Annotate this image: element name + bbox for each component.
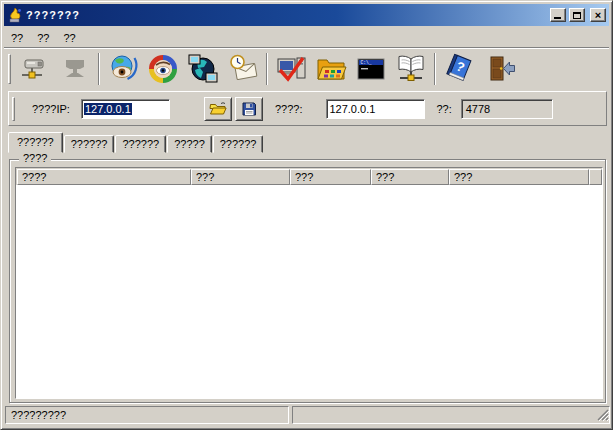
- title-bar: ??????? ×: [4, 4, 609, 26]
- port-label: ??:: [436, 103, 451, 115]
- ip-input[interactable]: 127.0.0.1: [81, 99, 170, 119]
- status-text: ?????????: [11, 409, 66, 421]
- column-header-3[interactable]: ???: [290, 169, 371, 185]
- status-panel-left: ?????????: [5, 406, 289, 424]
- tab-1[interactable]: ??????: [8, 132, 63, 153]
- column-header-4[interactable]: ???: [371, 169, 449, 185]
- globe-eye-icon: [107, 53, 139, 85]
- help-book-icon: ?: [443, 53, 475, 85]
- close-button[interactable]: ×: [590, 8, 606, 22]
- menu-item-3[interactable]: ??: [57, 30, 83, 46]
- exit-button[interactable]: [479, 51, 519, 88]
- app-window: ??????? × ?? ?? ??: [0, 0, 613, 430]
- computer-check-icon: [275, 53, 307, 85]
- close-icon: ×: [595, 10, 601, 21]
- toolbar: C:\_ ?: [4, 47, 609, 90]
- toolbar-gripper[interactable]: [8, 54, 11, 84]
- maximize-button[interactable]: [569, 8, 585, 22]
- disconnect-button[interactable]: [55, 51, 95, 88]
- minimize-icon: [554, 17, 561, 19]
- app-icon: [7, 7, 23, 23]
- connection-form: ????IP: 127.0.0.1 ????: ??: 4778: [8, 91, 607, 126]
- menu-item-2[interactable]: ??: [30, 30, 56, 46]
- remote-desktop-button[interactable]: [183, 51, 223, 88]
- computer-check-button[interactable]: [271, 51, 311, 88]
- network-book-button[interactable]: [391, 51, 431, 88]
- ip-label: ????IP:: [32, 103, 70, 115]
- open-book-network-icon: [395, 53, 427, 85]
- open-folder-icon: [209, 101, 227, 117]
- connect-button[interactable]: [15, 51, 55, 88]
- column-header-1[interactable]: ????: [17, 169, 191, 185]
- toolbar-separator: [266, 53, 268, 85]
- save-button[interactable]: [235, 97, 263, 121]
- column-header-2[interactable]: ???: [191, 169, 290, 185]
- toolbar-separator: [98, 53, 100, 85]
- tab-strip: ?????? ?????? ?????? ????? ??????: [9, 132, 264, 153]
- help-button[interactable]: ?: [439, 51, 479, 88]
- eye-ring-icon: [147, 53, 179, 85]
- list-groupbox: ???? ???? ??? ??? ??? ???: [9, 159, 606, 403]
- menu-item-1[interactable]: ??: [4, 30, 30, 46]
- command-prompt-button[interactable]: C:\_: [351, 51, 391, 88]
- tab-2[interactable]: ??????: [64, 135, 115, 153]
- toolbar-separator: [434, 53, 436, 85]
- tab-3[interactable]: ??????: [115, 135, 166, 153]
- column-header-5[interactable]: ???: [449, 169, 589, 185]
- address-label: ????:: [275, 103, 303, 115]
- status-bar: ?????????: [4, 403, 611, 426]
- tab-4[interactable]: ?????: [167, 135, 212, 153]
- command-prompt-icon: C:\_: [355, 53, 387, 85]
- port-field: 4778: [461, 99, 553, 119]
- column-header-filler: [589, 169, 602, 185]
- mail-button[interactable]: [223, 51, 263, 88]
- web-browser-button[interactable]: [103, 51, 143, 88]
- menu-bar: ?? ?? ??: [4, 28, 609, 47]
- globe-computers-icon: [187, 53, 219, 85]
- groupbox-label: ????: [19, 152, 51, 164]
- exit-door-icon: [483, 53, 515, 85]
- maximize-icon: [573, 12, 581, 19]
- list-header: ???? ??? ??? ??? ???: [16, 168, 602, 185]
- cmd-icon-text: C:\_: [361, 60, 372, 65]
- open-button[interactable]: [204, 97, 232, 121]
- ip-input-value: 127.0.0.1: [84, 103, 132, 115]
- status-panel-right: [292, 406, 610, 424]
- list-view[interactable]: ???? ??? ??? ??? ???: [15, 167, 603, 399]
- envelope-clock-icon: [227, 53, 259, 85]
- eye-viewer-button[interactable]: [143, 51, 183, 88]
- resize-grip[interactable]: [595, 407, 609, 423]
- save-floppy-icon: [241, 101, 257, 117]
- list-body[interactable]: [16, 185, 602, 398]
- window-title: ???????: [26, 9, 547, 21]
- programs-folder-button[interactable]: [311, 51, 351, 88]
- tab-5[interactable]: ??????: [213, 135, 264, 153]
- network-computer-icon: [19, 53, 51, 85]
- network-computer-disabled-icon: [59, 53, 91, 85]
- address-input[interactable]: [326, 99, 425, 119]
- port-value: 4778: [466, 103, 490, 115]
- formband-gripper[interactable]: [12, 97, 15, 121]
- programs-folder-icon: [315, 53, 347, 85]
- minimize-button[interactable]: [550, 8, 566, 22]
